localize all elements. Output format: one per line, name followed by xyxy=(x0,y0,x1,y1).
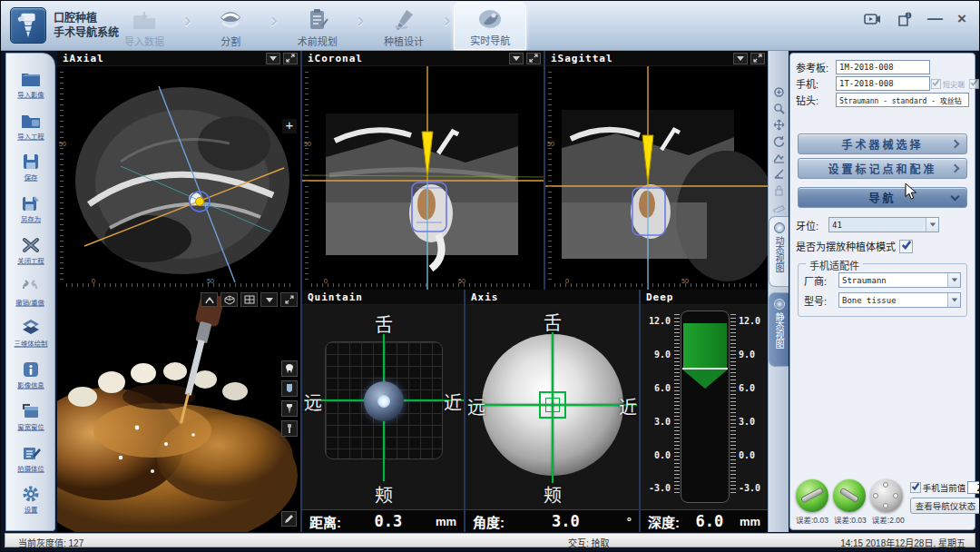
navigation-section-button[interactable]: 导航 xyxy=(798,187,967,208)
tab-static-view[interactable]: 静态视图 xyxy=(769,292,789,367)
sidebar-item-undo-redo[interactable]: 撤销/重做 xyxy=(15,278,45,307)
quintain-canvas[interactable]: 舌 远 近 颊 xyxy=(302,305,464,509)
ruler-icon[interactable] xyxy=(771,200,787,213)
sidebar-item-save-as[interactable]: 另存为 xyxy=(20,194,42,223)
gray-value-status: 当前灰度值: 127 xyxy=(18,536,83,549)
tooth-position-select[interactable]: 41 xyxy=(828,217,939,232)
short-tip-checkbox[interactable] xyxy=(931,78,941,88)
combo-arrow-icon xyxy=(926,218,938,232)
volume-3d-side-tools xyxy=(281,360,298,437)
step-realtime-navigation[interactable]: 实时导航 xyxy=(454,3,526,50)
drill-icon[interactable] xyxy=(281,420,298,437)
rotate-icon[interactable] xyxy=(771,134,787,148)
deep-ticks-right xyxy=(730,314,736,496)
implant-icon[interactable] xyxy=(281,400,298,417)
cube-view-icon[interactable] xyxy=(220,292,238,307)
coronal-expand-icon[interactable] xyxy=(526,53,541,64)
close-button[interactable]: × xyxy=(957,12,966,26)
window-level-icon xyxy=(21,402,41,420)
tooth-position-value: 41 xyxy=(829,221,926,230)
sidebar-item-save[interactable]: 保存 xyxy=(21,153,41,182)
current-value-checkbox[interactable] xyxy=(910,482,921,493)
sidebar-item-close-project[interactable]: 关闭工程 xyxy=(16,236,45,265)
sagittal-dropdown-icon[interactable] xyxy=(733,53,748,64)
model-select[interactable]: Bone tissue xyxy=(838,292,961,308)
tab-dynamic-view[interactable]: 动态视图 xyxy=(769,216,789,287)
tooth-icon[interactable] xyxy=(281,360,298,377)
volume-dropdown-icon[interactable] xyxy=(260,292,278,307)
minimize-button[interactable]: — xyxy=(927,12,943,26)
vendor-label: 厂商: xyxy=(804,273,838,288)
combo-arrow-icon xyxy=(947,273,960,287)
sidebar-item-image-info[interactable]: 影像信息 xyxy=(16,360,45,389)
sidebar-item-import-project[interactable]: 导入工程 xyxy=(16,112,45,141)
instrument-select-button[interactable]: 手术器械选择 xyxy=(798,133,967,154)
arch-view-icon[interactable] xyxy=(201,292,218,307)
axial-ct-canvas[interactable]: 50 0 50 + xyxy=(57,66,300,290)
axial-expand-icon[interactable] xyxy=(283,53,298,64)
volume-3d-canvas[interactable] xyxy=(57,290,300,532)
step-import-data[interactable]: 导入数据 xyxy=(108,5,181,48)
deep-panel: Deep 12.0 9.0 6.0 3.0 0.0 -3.0 xyxy=(641,290,768,532)
sidebar-item-capture-pose[interactable]: 拍摄体位 xyxy=(16,444,45,473)
navigation-label: 导航 xyxy=(868,190,896,205)
step-implant-design[interactable]: 种植设计 xyxy=(368,5,440,48)
status-bar: 当前灰度值: 127 交互: 拾取 14:15 2018年12月28日, 星期五 xyxy=(5,533,975,547)
reference-plate-input[interactable] xyxy=(836,60,930,74)
image-info-icon xyxy=(21,360,41,379)
coronal-dropdown-icon[interactable] xyxy=(509,53,524,64)
deep-gauge-bar xyxy=(681,310,730,503)
axial-view-title: iAxial xyxy=(57,53,266,64)
tracker-status-group: 误差:0.03 误差:0.03 误差:2.00 xyxy=(796,479,905,525)
layout-grid-icon[interactable] xyxy=(240,292,258,307)
axis-panel: Axis 舌 远 近 颊 角度: 3.0 ° xyxy=(466,290,641,532)
drill-bit-input[interactable] xyxy=(836,93,969,107)
reference-plate-label: 参考板: xyxy=(796,60,836,74)
volume-expand-icon[interactable] xyxy=(280,292,298,307)
registration-button[interactable]: 设置标记点和配准 xyxy=(798,158,967,179)
distance-unit: mm xyxy=(436,515,456,528)
axis-canvas[interactable]: 舌 远 近 颊 xyxy=(466,305,639,509)
sagittal-expand-icon[interactable] xyxy=(750,53,765,64)
angle-measure-icon[interactable] xyxy=(771,167,787,181)
window-level-icon[interactable] xyxy=(771,151,787,164)
vendor-select[interactable]: Straumann xyxy=(838,272,961,288)
current-value-input[interactable] xyxy=(967,481,980,494)
zoom-circle-icon[interactable] xyxy=(771,85,787,99)
crown-icon[interactable] xyxy=(281,380,298,397)
distance-readout: 距离: 0.3 mm xyxy=(302,509,464,532)
sagittal-ct-canvas[interactable]: 50 0 50 xyxy=(545,66,768,290)
pan-icon[interactable] xyxy=(771,118,787,132)
edit-pencil-icon[interactable] xyxy=(281,511,297,527)
record-video-icon[interactable] xyxy=(864,13,882,25)
sidebar-item-import-image[interactable]: 导入影像 xyxy=(16,70,45,99)
axial-dropdown-icon[interactable] xyxy=(266,53,280,64)
step-preop-planning[interactable]: 术前规划 xyxy=(281,5,354,48)
volume-3d-toolbar xyxy=(201,292,298,307)
coronal-ct-canvas[interactable]: 50 0 50 xyxy=(302,66,544,290)
lock-icon[interactable] xyxy=(771,183,787,197)
close-project-icon xyxy=(21,236,41,254)
sidebar-item-settings[interactable]: 设置 xyxy=(21,485,41,514)
app-window: 口腔种植 手术导航系统 导入数据 › 分割 › 术前规划 › 种植设计 xyxy=(0,0,980,552)
view-navigator-status-button[interactable]: 查看导航仪状态 xyxy=(910,498,980,514)
coronal-view-header: iCoronal xyxy=(302,51,544,66)
sidebar-item-volume-render[interactable]: 三维体绘制 xyxy=(13,319,49,348)
deep-scale-label: -3.0 xyxy=(649,483,671,493)
folder-project-icon xyxy=(21,112,41,130)
handpiece-input[interactable] xyxy=(836,76,930,91)
deep-scale-label: 12.0 xyxy=(739,316,760,326)
static-view-icon xyxy=(774,299,785,310)
main-view-area: iAxial xyxy=(57,51,768,532)
quintain-title: Quintain xyxy=(302,291,464,303)
long-tip-checkbox[interactable] xyxy=(969,78,979,88)
implant-mode-checkbox[interactable] xyxy=(899,240,913,253)
step-segmentation[interactable]: 分割 xyxy=(194,5,267,48)
chevron-right-icon xyxy=(951,164,960,173)
sidebar-item-window-level[interactable]: 窗宽窗位 xyxy=(16,402,45,431)
gear-icon xyxy=(21,485,41,503)
add-point-icon[interactable]: + xyxy=(282,119,297,133)
export-report-icon[interactable]: i xyxy=(897,12,913,26)
deep-header: Deep xyxy=(641,290,768,305)
magnifier-icon[interactable] xyxy=(771,102,787,115)
